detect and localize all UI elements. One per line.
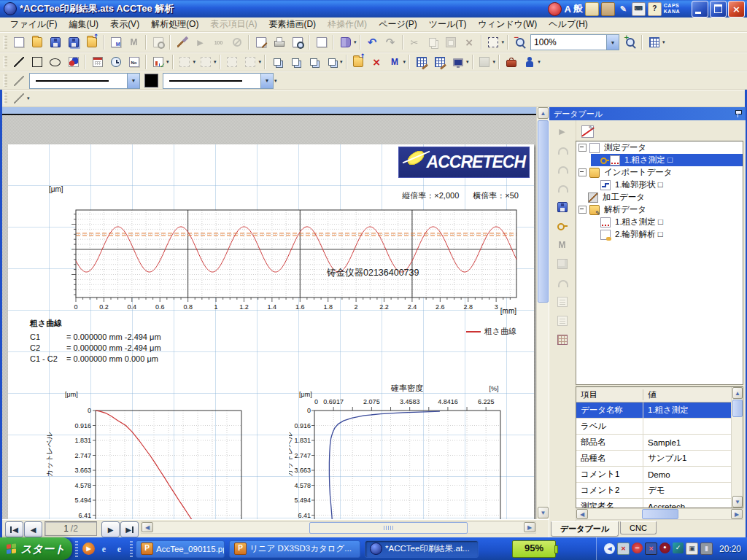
usb-device-icon[interactable]: • <box>659 542 670 553</box>
ime-keyboard-icon[interactable]: ⌨ <box>632 2 646 16</box>
chevron-down-icon[interactable]: ▾ <box>193 59 196 65</box>
ime-kana[interactable]: KANA <box>664 9 680 15</box>
frame-number-button[interactable] <box>224 54 241 70</box>
line-style-combo[interactable]: ▼ <box>29 73 140 89</box>
browser-icon[interactable]: e <box>113 542 125 555</box>
ime-caps[interactable]: CAPS <box>664 3 680 9</box>
previous-page-button[interactable]: ◀ <box>24 521 42 537</box>
no-edit-button[interactable] <box>579 123 596 139</box>
menu-element-draw[interactable]: 要素描画(D) <box>263 17 322 32</box>
property-row-4[interactable]: コメント1Demo <box>576 467 743 483</box>
panel-tab-datapool[interactable]: データプール <box>551 521 619 537</box>
window-arrange-button[interactable] <box>305 54 322 70</box>
run-analysis-button[interactable] <box>174 34 190 50</box>
scroll-right-icon[interactable]: ▶ <box>524 522 535 532</box>
zoom-out-button[interactable]: − <box>511 34 528 50</box>
measure-edit-button[interactable]: M <box>554 237 570 253</box>
scroll-up-icon[interactable]: ▲ <box>732 387 743 399</box>
layout-book-button[interactable] <box>337 34 354 50</box>
horizontal-scroll-thumb[interactable] <box>309 522 468 534</box>
tree-item-import-data[interactable]: インポートデータ <box>576 166 743 179</box>
save-data-button[interactable] <box>554 199 570 215</box>
undo-button[interactable]: ↶ <box>364 34 381 50</box>
ime-pen2-icon[interactable]: ✎ <box>617 3 630 15</box>
chevron-down-icon[interactable]: ▼ <box>260 74 273 88</box>
vertical-scroll-thumb[interactable] <box>538 120 549 303</box>
menu-tools[interactable]: ツール(T) <box>423 17 473 32</box>
ime-pen-icon[interactable] <box>548 2 562 16</box>
draw-select-tool-button[interactable] <box>10 90 27 106</box>
tree-item-import-contour-1[interactable]: 1.輪郭形状 □ <box>576 179 743 191</box>
insert-date-button[interactable] <box>89 54 106 70</box>
panel-tab-cnc[interactable]: CNC <box>620 521 657 534</box>
frame-layout-1-button[interactable] <box>177 54 193 70</box>
menu-edit[interactable]: 編集(U) <box>63 17 104 32</box>
chevron-down-icon[interactable]: ▾ <box>662 39 665 45</box>
contour-edit-button[interactable] <box>554 275 570 291</box>
paste-button[interactable] <box>443 34 460 50</box>
zoom-input[interactable] <box>531 35 606 50</box>
continue-run-button[interactable]: ▶ <box>192 34 209 50</box>
grid-tool-2-button[interactable] <box>431 54 448 70</box>
scroll-up-icon[interactable]: ▲ <box>538 107 549 119</box>
table-view-button[interactable] <box>554 332 570 348</box>
connection-icon[interactable]: ✓ <box>673 542 684 553</box>
property-row-3[interactable]: 品種名サンプル1 <box>576 451 743 467</box>
chevron-down-icon[interactable]: ▼ <box>127 74 139 88</box>
network-blocked-icon[interactable]: × <box>617 542 630 555</box>
media-player-icon[interactable]: ▶ <box>82 542 95 555</box>
chevron-down-icon[interactable]: ▾ <box>340 59 343 65</box>
image-frame-button[interactable] <box>476 54 493 70</box>
ime-input-mode[interactable]: A <box>564 4 570 15</box>
document-horizontal-scrollbar[interactable]: ◀ ▶ <box>141 521 536 534</box>
menu-display-items[interactable]: 表示項目(A) <box>204 17 263 32</box>
line-tool-button[interactable] <box>10 73 27 89</box>
property-grid-vertical-scrollbar[interactable]: ▲ ▼ <box>731 387 743 508</box>
ime-help-icon[interactable]: ? <box>648 2 662 16</box>
window-tile-button[interactable] <box>287 54 303 70</box>
delete-frame-button[interactable]: × <box>368 54 385 70</box>
internet-explorer-icon[interactable]: e <box>98 542 110 555</box>
toolbox-button[interactable] <box>503 54 519 70</box>
ime-toolbox-icon[interactable] <box>601 2 615 16</box>
taskbar-grip[interactable] <box>130 541 133 557</box>
chevron-down-icon[interactable]: ▼ <box>606 35 619 50</box>
toolbar-grip[interactable] <box>4 36 7 49</box>
taskbar-grip[interactable] <box>75 541 78 557</box>
new-document-button[interactable] <box>10 34 27 50</box>
next-page-button[interactable]: ▶ <box>101 521 120 537</box>
window-style-button[interactable] <box>323 54 340 70</box>
measure-frame-button[interactable]: M <box>387 54 403 70</box>
chevron-down-icon[interactable]: ▾ <box>538 59 541 65</box>
print-button[interactable] <box>271 34 287 50</box>
zoom-in-button[interactable]: + <box>622 34 638 50</box>
tree-item-analysis-data[interactable]: 解析データ <box>576 203 743 216</box>
property-grid-horizontal-scrollbar[interactable]: ◀ ▶ <box>576 508 743 520</box>
tree-item-analysis-contour-2[interactable]: 2.輪郭解析 □ <box>576 228 743 241</box>
save-file-button[interactable] <box>47 34 63 50</box>
display-settings-button[interactable] <box>449 54 466 70</box>
first-page-button[interactable]: ◀ <box>5 521 23 537</box>
measure-start-button[interactable]: 100 <box>210 34 227 50</box>
window-task-icon[interactable]: ▣ <box>686 542 698 555</box>
grid-tool-1-button[interactable] <box>413 54 430 70</box>
chevron-down-icon[interactable]: ▾ <box>214 59 217 65</box>
property-row-1[interactable]: ラベル <box>576 419 743 435</box>
toolbar-overflow-icon[interactable]: ▾ <box>274 78 277 84</box>
display-error-icon[interactable]: × <box>645 542 657 555</box>
delete-button[interactable]: × <box>461 34 478 50</box>
frame-layout-2-button[interactable] <box>197 54 214 70</box>
lock-key-button[interactable] <box>554 218 570 234</box>
menu-window[interactable]: ウィンドウ(W) <box>473 17 543 32</box>
chevron-down-icon[interactable]: ▾ <box>27 96 30 101</box>
select-frame-button[interactable] <box>485 34 502 50</box>
line-style-combo-2[interactable]: ▼ <box>163 73 274 89</box>
page-number-box[interactable]: 1 /2 <box>44 521 97 536</box>
curve-tool-3-button[interactable] <box>554 180 570 196</box>
menu-frame-ops[interactable]: 枠操作(M) <box>322 17 373 32</box>
menu-page[interactable]: ページ(P) <box>373 17 423 32</box>
property-row-5[interactable]: コメント2デモ <box>576 483 743 499</box>
toolbar-grip[interactable] <box>4 74 7 86</box>
cut-button[interactable]: ✂ <box>406 34 423 50</box>
solid-edit-button[interactable] <box>554 256 570 272</box>
